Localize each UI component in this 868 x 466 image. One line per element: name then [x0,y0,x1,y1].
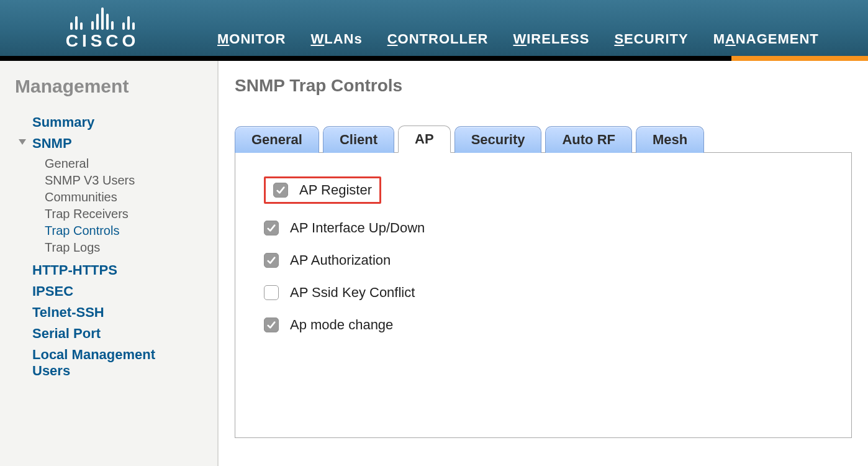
sidebar-sub-snmpv3users[interactable]: SNMP V3 Users [45,173,217,188]
trap-row-ap-register: AP Register [264,176,823,204]
body-layout: Management Summary SNMP General SNMP V3 … [0,61,868,466]
sidebar-sub-trap-logs[interactable]: Trap Logs [45,240,217,255]
sidebar-sub-trap-receivers[interactable]: Trap Receivers [45,207,217,221]
nav-management[interactable]: MANAGEMENT [713,31,819,47]
label-ap-mode-change: Ap mode change [290,317,393,333]
page-title: SNMP Trap Controls [235,76,852,96]
check-icon [267,224,276,232]
label-ap-ssid-conflict: AP Ssid Key Conflict [290,285,415,301]
nav-controller[interactable]: CONTROLLER [387,31,489,47]
checkbox-ap-authorization[interactable] [264,253,279,268]
tab-general[interactable]: General [235,126,319,153]
check-icon [267,321,276,329]
sidebar-sub-general[interactable]: General [45,157,217,171]
nav-wlans[interactable]: WLANs [310,31,362,47]
sidebar-item-summary[interactable]: Summary [32,114,217,130]
sidebar-item-ipsec[interactable]: IPSEC [32,283,217,299]
tab-client[interactable]: Client [323,126,394,153]
nav-wireless[interactable]: WIRELESS [513,31,589,47]
checkbox-ap-ssid-conflict[interactable] [264,285,279,300]
trap-row-ap-mode-change: Ap mode change [264,317,823,333]
trap-row-ap-interface: AP Interface Up/Down [264,220,823,236]
tab-panel-ap: AP Register AP Interface Up/Down AP Auth… [235,152,852,438]
highlight-box: AP Register [264,176,381,204]
sidebar-sub-communities[interactable]: Communities [45,190,217,204]
sidebar-item-serial-port[interactable]: Serial Port [32,326,217,342]
checkbox-ap-register[interactable] [273,183,288,198]
top-nav: MONITOR WLANs CONTROLLER WIRELESS SECURI… [205,0,819,56]
sidebar-item-local-mgmt-users[interactable]: Local Management Users [32,347,188,379]
sidebar-title: Management [15,76,217,97]
sidebar-group-snmp: SNMP General SNMP V3 Users Communities T… [15,135,217,255]
trap-row-ap-authorization: AP Authorization [264,252,823,268]
label-ap-interface: AP Interface Up/Down [290,220,425,236]
nav-security[interactable]: SECURITY [614,31,688,47]
nav-active-indicator [731,56,868,61]
tab-security[interactable]: Security [454,126,542,153]
sidebar-item-http-https[interactable]: HTTP-HTTPS [32,262,217,278]
checkbox-ap-interface[interactable] [264,221,279,235]
cisco-logo-icon: CISCO [66,5,140,51]
sidebar-item-telnet-ssh[interactable]: Telnet-SSH [32,304,217,321]
check-icon [267,256,276,265]
tab-auto-rf[interactable]: Auto RF [545,126,632,153]
sidebar: Management Summary SNMP General SNMP V3 … [0,61,219,466]
chevron-down-icon[interactable] [19,139,26,145]
top-bar: CISCO MONITOR WLANs CONTROLLER WIRELESS … [0,0,868,61]
trap-row-ap-ssid-conflict: AP Ssid Key Conflict [264,285,823,301]
checkbox-ap-mode-change[interactable] [264,318,279,332]
brand-name: CISCO [66,31,140,51]
nav-monitor[interactable]: MONITOR [217,31,286,47]
tab-ap[interactable]: AP [398,126,451,153]
label-ap-register: AP Register [299,182,372,198]
check-icon [276,186,285,194]
sidebar-item-snmp[interactable]: SNMP [32,135,217,152]
brand-logo: CISCO [0,0,205,56]
sidebar-subitems-snmp: General SNMP V3 Users Communities Trap R… [45,157,217,255]
tab-mesh[interactable]: Mesh [636,126,704,153]
main-content: SNMP Trap Controls General Client AP Sec… [219,61,868,466]
sidebar-sub-trap-controls[interactable]: Trap Controls [45,224,217,238]
tab-strip: General Client AP Security Auto RF Mesh [235,126,852,153]
label-ap-authorization: AP Authorization [290,252,391,268]
